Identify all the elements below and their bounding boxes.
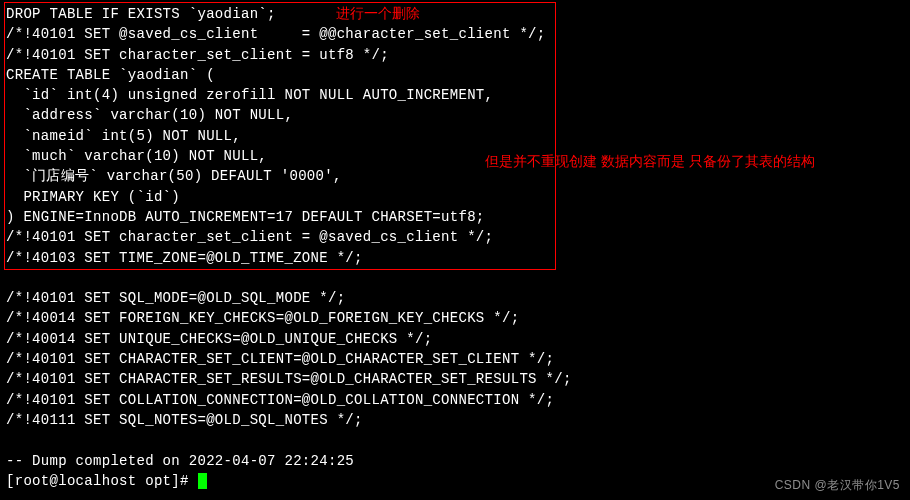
restore-line: /*!40014 SET UNIQUE_CHECKS=@OLD_UNIQUE_C… <box>6 329 904 349</box>
restore-line: /*!40014 SET FOREIGN_KEY_CHECKS=@OLD_FOR… <box>6 308 904 328</box>
watermark: CSDN @老汉带你1V5 <box>775 477 900 494</box>
sql-line: `much` varchar(10) NOT NULL, <box>6 146 904 166</box>
empty-line <box>6 268 904 288</box>
restore-line: /*!40101 SET CHARACTER_SET_RESULTS=@OLD_… <box>6 369 904 389</box>
prompt-line[interactable]: [root@localhost opt]# <box>6 471 904 491</box>
terminal-output[interactable]: DROP TABLE IF EXISTS `yaodian`; /*!40101… <box>6 4 904 491</box>
sql-line: `门店编号` varchar(50) DEFAULT '0000', <box>6 166 904 186</box>
restore-line: /*!40111 SET SQL_NOTES=@OLD_SQL_NOTES */… <box>6 410 904 430</box>
sql-line: `nameid` int(5) NOT NULL, <box>6 126 904 146</box>
sql-line: /*!40101 SET character_set_client = @sav… <box>6 227 904 247</box>
sql-line: DROP TABLE IF EXISTS `yaodian`; <box>6 4 904 24</box>
sql-line: `id` int(4) unsigned zerofill NOT NULL A… <box>6 85 904 105</box>
sql-line: /*!40101 SET character_set_client = utf8… <box>6 45 904 65</box>
comment-line: -- Dump completed on 2022-04-07 22:24:25 <box>6 451 904 471</box>
sql-line: /*!40103 SET TIME_ZONE=@OLD_TIME_ZONE */… <box>6 248 904 268</box>
sql-line: ) ENGINE=InnoDB AUTO_INCREMENT=17 DEFAUL… <box>6 207 904 227</box>
sql-line: /*!40101 SET @saved_cs_client = @@charac… <box>6 24 904 44</box>
restore-line: /*!40101 SET CHARACTER_SET_CLIENT=@OLD_C… <box>6 349 904 369</box>
sql-line: `address` varchar(10) NOT NULL, <box>6 105 904 125</box>
sql-line: CREATE TABLE `yaodian` ( <box>6 65 904 85</box>
restore-line: /*!40101 SET SQL_MODE=@OLD_SQL_MODE */; <box>6 288 904 308</box>
sql-line: PRIMARY KEY (`id`) <box>6 187 904 207</box>
restore-line: /*!40101 SET COLLATION_CONNECTION=@OLD_C… <box>6 390 904 410</box>
empty-line <box>6 430 904 450</box>
cursor <box>198 473 207 489</box>
shell-prompt: [root@localhost opt]# <box>6 473 197 489</box>
